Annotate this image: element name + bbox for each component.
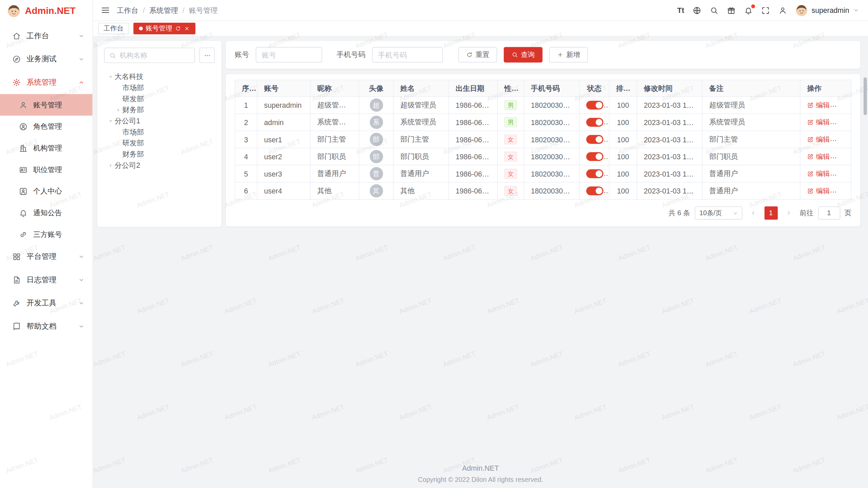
- edit-button[interactable]: 编辑: [807, 100, 830, 110]
- org-search-input[interactable]: [120, 52, 190, 59]
- sidebar-item-platform-admin[interactable]: 平台管理: [0, 245, 93, 268]
- breadcrumb-separator: /: [143, 6, 145, 14]
- sidebar-item-biz-test[interactable]: 业务测试: [0, 47, 93, 71]
- sidebar-item-notice[interactable]: 通知公告: [0, 202, 93, 224]
- cell-gender: 女: [497, 165, 524, 182]
- cell-sort: 100: [609, 148, 637, 165]
- edit-button[interactable]: 编辑: [807, 152, 830, 161]
- edit-button[interactable]: 编辑: [807, 118, 830, 127]
- grid-icon: [12, 252, 21, 261]
- refresh-icon[interactable]: [175, 25, 181, 32]
- cell-nickname: 部门主管: [310, 131, 359, 148]
- edit-icon: [807, 188, 814, 195]
- tree-node[interactable]: 市场部: [104, 127, 215, 138]
- logo[interactable]: Admin.NET: [0, 0, 93, 22]
- sidebar-item-log-admin[interactable]: 日志管理: [0, 268, 93, 292]
- current-page-button[interactable]: 1: [764, 206, 777, 220]
- tree-node[interactable]: 大名科技: [104, 72, 215, 83]
- add-button[interactable]: 新增: [549, 47, 588, 63]
- phone-input[interactable]: [372, 47, 443, 63]
- cell-account: user1: [257, 131, 310, 148]
- user-icon[interactable]: [778, 6, 787, 15]
- status-toggle[interactable]: [586, 169, 604, 178]
- tree-node[interactable]: 财务部: [104, 149, 215, 160]
- caret-down-icon[interactable]: [106, 118, 114, 124]
- fullscreen-icon[interactable]: [761, 6, 770, 15]
- sidebar-item-personal-center[interactable]: 个人中心: [0, 180, 93, 202]
- caret-right-icon[interactable]: [106, 163, 114, 168]
- account-input[interactable]: [256, 47, 322, 63]
- sidebar-item-account-admin[interactable]: 账号管理: [0, 94, 93, 116]
- tree-node[interactable]: 分公司1: [104, 116, 215, 127]
- org-search-field[interactable]: [104, 47, 195, 63]
- more-actions-button[interactable]: [837, 118, 845, 126]
- sidebar-item-third-account[interactable]: 三方账号: [0, 224, 93, 245]
- accounts-table: 序号账号昵称头像姓名出生日期性别手机号码状态排序修改时间备注操作 1supera…: [235, 80, 851, 200]
- more-actions-button[interactable]: [837, 136, 845, 143]
- column-header: 姓名: [393, 80, 449, 97]
- close-icon[interactable]: [184, 25, 190, 32]
- tree-more-button[interactable]: [199, 47, 215, 63]
- tab-1[interactable]: 账号管理: [133, 23, 195, 34]
- gear-icon: [12, 78, 21, 87]
- edit-button[interactable]: 编辑: [807, 186, 830, 196]
- toggle-knob: [596, 170, 603, 177]
- cell-status: [579, 182, 609, 200]
- caret-right-icon[interactable]: [114, 107, 122, 113]
- prev-page-button[interactable]: [747, 206, 760, 220]
- search-button[interactable]: 查询: [504, 47, 542, 63]
- status-toggle[interactable]: [586, 152, 604, 161]
- cell-modified-time: 2023-01-03 10:59:44: [637, 131, 702, 148]
- tab-label: 工作台: [103, 24, 123, 33]
- sidebar-item-system-admin[interactable]: 系统管理: [0, 71, 93, 94]
- topbar: 工作台/系统管理/账号管理 Tt superadmin: [93, 0, 868, 21]
- tree-node[interactable]: 研发部: [104, 94, 215, 105]
- org-tree: 大名科技市场部研发部财务部分公司1市场部研发部财务部分公司2: [104, 72, 215, 171]
- cell-index: 3: [235, 131, 257, 148]
- status-toggle[interactable]: [586, 101, 604, 110]
- main-area: 工作台/系统管理/账号管理 Tt superadmin 工作台账号: [93, 0, 868, 488]
- sidebar-item-org-admin[interactable]: 机构管理: [0, 137, 93, 159]
- search-icon[interactable]: [710, 6, 718, 15]
- sidebar-item-role-admin[interactable]: 角色管理: [0, 116, 93, 137]
- sidebar-item-workbench[interactable]: 工作台: [0, 24, 93, 48]
- tab-0[interactable]: 工作台: [98, 23, 129, 34]
- caret-down-icon[interactable]: [106, 74, 114, 80]
- profile-icon: [19, 187, 28, 196]
- tree-node[interactable]: 研发部: [104, 138, 215, 149]
- edit-button[interactable]: 编辑: [807, 169, 830, 179]
- globe-icon[interactable]: [693, 6, 702, 15]
- status-toggle[interactable]: [586, 135, 604, 144]
- status-toggle[interactable]: [586, 118, 604, 127]
- scrollbar-thumb[interactable]: [864, 78, 867, 115]
- edit-icon: [807, 153, 814, 160]
- next-page-button[interactable]: [782, 206, 795, 220]
- font-size-icon[interactable]: Tt: [677, 6, 684, 14]
- status-toggle[interactable]: [586, 187, 604, 196]
- tree-node[interactable]: 分公司2: [104, 160, 215, 171]
- breadcrumb-item[interactable]: 工作台: [117, 5, 138, 15]
- menu-toggle-icon[interactable]: [101, 5, 110, 15]
- toggle-knob: [596, 119, 603, 126]
- breadcrumb-item[interactable]: 系统管理: [149, 5, 178, 15]
- cell-actions: 编辑: [800, 148, 851, 165]
- sidebar-item-help-docs[interactable]: 帮助文档: [0, 315, 93, 338]
- more-actions-button[interactable]: [837, 187, 845, 195]
- test-icon: [12, 55, 21, 64]
- more-actions-button[interactable]: [837, 153, 845, 161]
- tree-node[interactable]: 财务部: [104, 105, 215, 116]
- reset-button[interactable]: 重置: [458, 47, 497, 63]
- more-actions-button[interactable]: [837, 170, 845, 178]
- tree-node[interactable]: 市场部: [104, 82, 215, 94]
- edit-button[interactable]: 编辑: [807, 135, 830, 144]
- breadcrumb: 工作台/系统管理/账号管理: [117, 5, 218, 15]
- sidebar-item-position-admin[interactable]: 职位管理: [0, 159, 93, 181]
- bell-icon[interactable]: [744, 6, 753, 15]
- goto-page-input[interactable]: [818, 206, 840, 220]
- more-actions-button[interactable]: [837, 101, 845, 109]
- sidebar-item-dev-tools[interactable]: 开发工具: [0, 291, 93, 315]
- page-size-select[interactable]: 10条/页: [694, 206, 742, 220]
- column-header: 性别: [497, 80, 524, 97]
- gift-icon[interactable]: [727, 6, 736, 15]
- user-menu[interactable]: superadmin: [795, 4, 859, 16]
